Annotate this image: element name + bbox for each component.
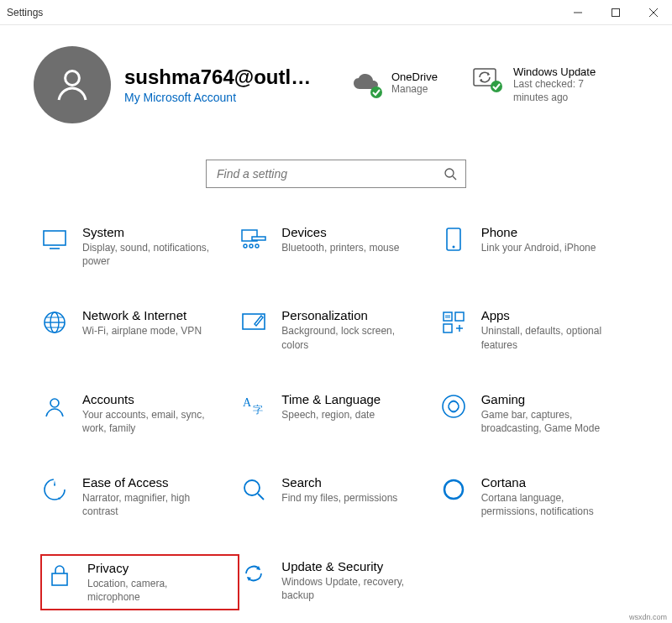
lock-icon: [45, 561, 74, 589]
svg-point-18: [452, 246, 454, 249]
category-search[interactable]: Search Find my files, permissions: [239, 470, 438, 523]
search-input[interactable]: [215, 166, 444, 181]
person-icon: [52, 65, 92, 105]
category-sub: Display, sound, notifications, power: [82, 241, 219, 268]
time-language-icon: A字: [239, 392, 268, 421]
svg-text:字: 字: [253, 404, 263, 416]
minimize-button[interactable]: [559, 0, 596, 25]
maximize-icon: [612, 8, 620, 17]
svg-point-30: [50, 399, 59, 407]
svg-point-14: [244, 244, 247, 248]
category-phone[interactable]: Phone Link your Android, iPhone: [439, 220, 638, 273]
update-icon: [239, 559, 268, 588]
category-title: Update & Security: [281, 559, 418, 573]
category-sub: Link your Android, iPhone: [481, 241, 596, 254]
update-title: Windows Update: [513, 65, 606, 78]
category-sub: Cortana language, permissions, notificat…: [481, 491, 618, 518]
gaming-icon: [439, 392, 468, 421]
svg-rect-39: [52, 573, 67, 585]
search-wrap: [0, 160, 672, 188]
close-icon: [649, 8, 658, 17]
category-update-security[interactable]: Update & Security Windows Update, recove…: [239, 554, 438, 610]
category-time-language[interactable]: A字 Time & Language Speech, region, date: [239, 387, 438, 440]
category-title: Gaming: [481, 392, 618, 406]
cortana-icon: [439, 475, 468, 504]
search-box[interactable]: [206, 160, 466, 188]
category-title: Network & Internet: [82, 308, 202, 322]
category-personalization[interactable]: Personalization Background, lock screen,…: [239, 303, 438, 356]
category-cortana[interactable]: Cortana Cortana language, permissions, n…: [439, 470, 638, 523]
category-title: Search: [281, 475, 397, 490]
category-sub: Background, lock screen, colors: [281, 324, 418, 351]
close-button[interactable]: [634, 0, 672, 25]
category-network[interactable]: Network & Internet Wi-Fi, airplane mode,…: [40, 303, 239, 356]
category-privacy[interactable]: Privacy Location, camera, microphone: [40, 554, 239, 610]
category-ease-of-access[interactable]: Ease of Access Narrator, magnifier, high…: [40, 470, 239, 523]
category-sub: Wi-Fi, airplane mode, VPN: [82, 324, 202, 338]
svg-line-9: [453, 176, 456, 180]
apps-icon: [439, 308, 468, 337]
category-sub: Speech, region, date: [281, 408, 381, 421]
search-icon: [444, 167, 457, 181]
onedrive-tile[interactable]: OneDrive Manage: [349, 71, 438, 99]
category-sub: Narrator, magnifier, high contrast: [82, 491, 219, 518]
settings-grid: System Display, sound, notifications, po…: [0, 212, 672, 623]
svg-point-8: [445, 169, 454, 177]
svg-rect-25: [444, 324, 452, 332]
update-sub: Last checked: 7 minutes ago: [513, 78, 606, 104]
svg-rect-23: [444, 312, 452, 321]
category-sub: Windows Update, recovery, backup: [281, 575, 418, 602]
svg-line-37: [258, 494, 264, 500]
svg-point-4: [66, 71, 80, 86]
user-email: sushma764@outl…: [124, 65, 334, 89]
category-system[interactable]: System Display, sound, notifications, po…: [40, 220, 239, 273]
window-title: Settings: [7, 7, 43, 18]
user-block: sushma764@outl… My Microsoft Account: [124, 65, 334, 104]
svg-text:A: A: [243, 396, 252, 409]
accounts-icon: [40, 392, 69, 421]
category-sub: Uninstall, defaults, optional features: [481, 324, 618, 351]
devices-icon: [239, 225, 268, 254]
svg-rect-1: [612, 8, 619, 16]
svg-point-16: [255, 244, 259, 248]
svg-point-5: [370, 86, 382, 98]
category-gaming[interactable]: Gaming Game bar, captures, broadcasting,…: [439, 387, 638, 440]
avatar[interactable]: [34, 46, 111, 123]
svg-rect-24: [455, 312, 464, 321]
account-link[interactable]: My Microsoft Account: [124, 91, 334, 104]
titlebar: Settings: [0, 0, 672, 25]
system-icon: [40, 225, 69, 254]
category-sub: Game bar, captures, broadcasting, Game M…: [481, 408, 618, 435]
category-sub: Bluetooth, printers, mouse: [281, 241, 399, 254]
category-sub: Your accounts, email, sync, work, family: [82, 408, 219, 435]
category-accounts[interactable]: Accounts Your accounts, email, sync, wor…: [40, 387, 239, 440]
svg-rect-10: [44, 231, 66, 245]
category-sub: Find my files, permissions: [281, 491, 397, 505]
onedrive-sub: Manage: [391, 83, 438, 97]
category-title: System: [82, 225, 219, 239]
category-title: Devices: [281, 225, 399, 239]
svg-point-33: [443, 395, 465, 417]
svg-rect-13: [252, 237, 265, 240]
category-title: Accounts: [82, 392, 219, 406]
category-devices[interactable]: Devices Bluetooth, printers, mouse: [239, 220, 438, 273]
svg-point-7: [491, 81, 502, 92]
category-title: Apps: [481, 308, 618, 322]
category-title: Phone: [481, 225, 596, 239]
category-title: Ease of Access: [82, 475, 219, 490]
account-header: sushma764@outl… My Microsoft Account One…: [0, 25, 672, 136]
personalization-icon: [239, 308, 268, 337]
search-category-icon: [239, 475, 268, 504]
windows-update-tile[interactable]: Windows Update Last checked: 7 minutes a…: [471, 65, 606, 104]
category-apps[interactable]: Apps Uninstall, defaults, optional featu…: [439, 303, 638, 356]
category-title: Time & Language: [281, 392, 381, 406]
onedrive-icon: [349, 71, 383, 99]
globe-icon: [40, 308, 69, 337]
ease-of-access-icon: [40, 475, 69, 504]
category-sub: Location, camera, microphone: [87, 577, 218, 604]
update-sync-icon: [471, 65, 505, 94]
category-title: Cortana: [481, 475, 618, 490]
category-title: Privacy: [87, 561, 218, 575]
maximize-button[interactable]: [596, 0, 634, 25]
minimize-icon: [574, 8, 582, 17]
